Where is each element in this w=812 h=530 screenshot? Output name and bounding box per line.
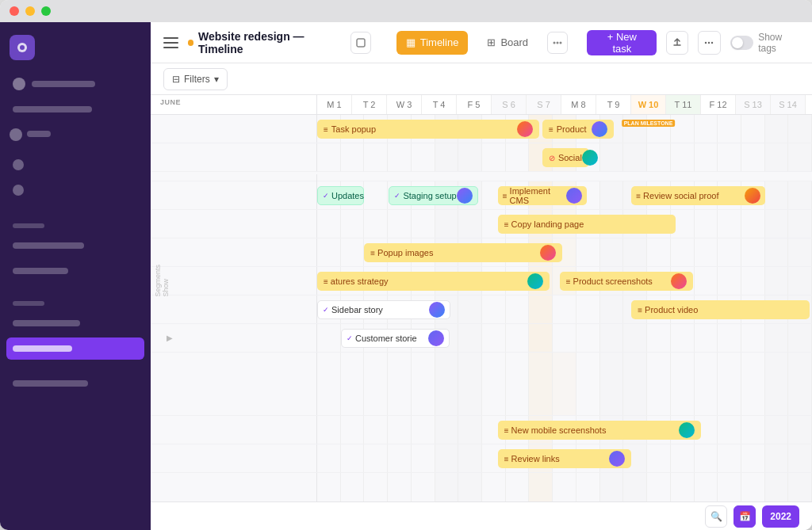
task-bar-copy-landing[interactable]: ≡ Copy landing page [498,215,676,234]
more-options-button[interactable] [698,31,720,55]
toolbar: Website redesign — Timeline ▦ Timeline ⊞… [151,22,812,63]
bars-icon-2: ≡ [549,125,553,134]
sidebar-project-active-label [13,345,72,352]
task-bar-social[interactable]: ⊘ Social [542,148,589,167]
bars-icon-popup: ≡ [370,249,375,257]
col-header-t9: T 9 [596,95,631,114]
task-bar-popup-images[interactable]: ≡ Popup images [364,243,562,262]
task-bar-mobile-screenshots[interactable]: ≡ New mobile screenshots [498,421,701,440]
filters-button[interactable]: ⊟ Filters ▾ [163,68,228,90]
sidebar-project-1[interactable] [6,234,144,257]
view-options-icon[interactable] [547,32,568,54]
minimize-button[interactable] [25,6,35,16]
task-bar-task-popup[interactable]: ≡ Task popup [317,120,539,139]
timeline-rows: ≡ Task popup ≡ Product [151,115,812,501]
row-mobile-screenshots: ≡ New mobile screenshots [151,416,812,444]
bottom-bar: 🔍 📅 2022 [151,501,812,530]
dots-icon [703,37,714,48]
menu-icon[interactable] [163,37,178,48]
sidebar-project-1-label [13,242,84,249]
sidebar-story-label: Sidebar story [331,305,429,315]
features-avatar [527,273,543,289]
check-icon-staging: ✓ [394,192,400,200]
col-header-f12: F 12 [701,95,736,114]
cms-label: Implement CMS [510,186,566,205]
col-header-s7: S 7 [527,95,561,114]
popup-images-label: Popup images [377,248,540,257]
cms-avatar [566,188,582,204]
sidebar-story-avatar [429,302,445,318]
timeline-header-space: JUNE [151,95,317,114]
timeline-area[interactable]: JUNE M 1 T 2 W 3 T 4 F 5 S 6 S 7 M 8 T 9 [151,95,812,501]
app-logo[interactable] [10,35,35,60]
filters-bar: ⊟ Filters ▾ [151,63,812,95]
calendar-button[interactable]: 📅 [733,505,756,528]
board-icon: ⊞ [487,36,496,48]
year-badge[interactable]: 2022 [762,505,799,528]
bars-icon-pv: ≡ [638,306,642,315]
row-gantt-copy-landing: ≡ Copy landing page [317,210,812,238]
show-tags-toggle[interactable]: Show tags [730,32,799,54]
timeline-columns-header: M 1 T 2 W 3 T 4 F 5 S 6 S 7 M 8 T 9 W 10… [317,95,812,114]
tab-timeline[interactable]: ▦ Timeline [396,31,469,55]
sidebar-project-active[interactable] [6,337,144,360]
row-label-customer-stories: ▶ [151,324,317,352]
bars-icon-features: ≡ [324,277,328,286]
svg-point-6 [705,41,707,43]
sidebar-item-home[interactable] [6,73,144,95]
col-header-t11: T 11 [666,95,701,114]
new-task-button[interactable]: + New task [587,30,657,55]
filter-chevron-icon: ▾ [214,74,219,85]
app-window: Website redesign — Timeline ▦ Timeline ⊞… [0,0,812,530]
sidebar-item-help[interactable] [6,179,144,201]
col-header-f5: F 5 [457,95,492,114]
row-task-popup: ≡ Task popup ≡ Product [151,115,812,143]
row-spacer-bottom [151,473,812,501]
project-settings-icon[interactable] [350,32,371,54]
check-icon-sidebar: ✓ [323,306,329,314]
search-button[interactable]: 🔍 [705,505,727,528]
maximize-button[interactable] [41,6,51,16]
task-bar-product-screenshots[interactable]: ≡ Product screenshots [560,272,693,291]
row-gantt-task-popup: ≡ Task popup ≡ Product [317,115,812,143]
close-button[interactable] [10,6,19,16]
sidebar-item-notifications[interactable] [6,154,144,176]
row-label-copy-landing [151,210,317,238]
share-button[interactable] [666,31,688,55]
task-bar-cms[interactable]: ≡ Implement CMS [498,186,587,205]
row-review-links: ≡ Review links [151,444,812,473]
task-popup-label: Task popup [331,124,517,134]
sidebar-project-2[interactable] [6,260,144,282]
expand-icon[interactable]: ▶ [167,334,173,342]
task-bar-product-video[interactable]: ≡ Product video [631,300,810,319]
task-bar-customer-stories[interactable]: ✓ Customer storie [341,329,450,348]
settings-icon[interactable] [10,128,22,141]
task-bar-staging[interactable]: ✓ Staging setup [389,186,477,205]
copy-landing-label: Copy landing page [511,219,584,229]
product-label: Product [557,124,592,134]
row-spacer-1 [151,172,812,181]
bars-icon-review: ≡ [636,192,641,200]
row-customer-stories: ▶ [151,324,812,353]
sidebar-project-4[interactable] [6,372,144,395]
show-segments-label[interactable]: Show Segments [151,265,173,297]
ps-avatar [671,273,687,289]
row-gantt-popup-images: ≡ Popup images [317,238,812,266]
task-bar-features[interactable]: ≡ atures strategy [317,272,550,291]
task-bar-sidebar-story[interactable]: ✓ Sidebar story [317,300,450,319]
sidebar-section-2 [13,301,144,306]
review-links-avatar [609,451,625,467]
row-gantt-customer-stories: ✓ Customer storie [317,324,812,352]
help-icon [13,185,24,196]
sidebar-item-group1 [6,98,144,120]
task-bar-review-social[interactable]: ≡ Review social proof [631,186,764,205]
task-bar-updates[interactable]: ✓ Updates [317,186,364,205]
row-gantt-features: ≡ atures strategy ≡ Product screenshots [317,267,812,295]
bars-icon: ≡ [324,125,328,134]
show-tags-label: Show tags [758,32,799,54]
tab-board[interactable]: ⊞ Board [477,31,538,55]
task-bar-product[interactable]: ≡ Product [542,120,614,139]
tags-toggle-switch[interactable] [730,36,754,50]
task-bar-review-links[interactable]: ≡ Review links [498,449,631,468]
sidebar-project-3[interactable] [6,312,144,334]
